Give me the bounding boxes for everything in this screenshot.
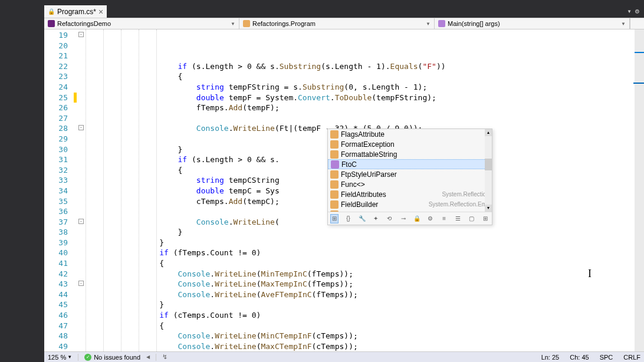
intellisense-item[interactable]: FieldBuilderSystem.Reflection.Emit [328,199,492,209]
chevron-down-icon: ▼ [426,21,431,27]
scroll-up-icon[interactable]: ▴ [485,129,492,136]
fold-strip: ---- [77,29,86,353]
issues-indicator[interactable]: ✓ No issues found [84,354,140,361]
cls-icon [330,200,339,209]
tab-strip: 🔒 Program.cs* × ▾ ⚙ [0,5,644,18]
tab-label: Program.cs* [57,8,96,16]
nav-class[interactable]: Refactorings.Program ▼ [239,18,435,29]
chevron-down-icon: ▼ [67,354,72,360]
braces-filter-button[interactable]: {} [344,214,352,223]
status-bar: 125 % ▼ ✓ No issues found ◀ ↯ Ln: 25 Ch:… [44,351,644,362]
line-numbers: 1920212223242526272829303132333435363738… [44,29,74,353]
nav-method[interactable]: Main(string[] args) ▼ [435,18,630,29]
lines-filter-button[interactable]: ☰ [454,214,462,223]
box-filter-button[interactable]: ▢ [468,214,476,223]
list-filter-button[interactable]: ≡ [440,214,448,223]
fold-toggle[interactable]: - [78,32,84,37]
cls-icon [330,140,339,149]
file-tab[interactable]: 🔒 Program.cs* × [44,5,107,18]
intellisense-scrollbar[interactable]: ▴ ▾ [485,129,492,212]
text-cursor-icon [588,268,589,277]
intellisense-item[interactable]: Func<> [328,179,492,189]
intellisense-item[interactable]: FtoC [328,159,492,169]
lineending-indicator[interactable]: CRLF [623,354,640,361]
fold-toggle[interactable]: - [78,125,84,130]
target-filter-button[interactable]: ⊞ [330,214,339,223]
line-indicator[interactable]: Ln: 25 [541,354,560,361]
key-filter-button[interactable]: ⊸ [399,214,407,223]
chevron-icon[interactable]: ◀ [146,354,150,360]
cls-icon [330,170,339,179]
zoom-control[interactable]: 125 % ▼ [48,354,72,361]
intellisense-item[interactable]: FlagsAttribute [328,129,492,139]
cls-icon [330,180,339,189]
nav-project[interactable]: RefactoringsDemo ▼ [44,18,239,29]
fold-toggle[interactable]: - [78,219,84,224]
cls-icon [330,190,339,199]
lock-icon: 🔒 [48,8,55,15]
lock-filter-button[interactable]: 🔒 [413,214,421,223]
method-icon [438,20,445,27]
fold-toggle[interactable]: - [78,281,84,286]
editor[interactable]: 1920212223242526272829303132333435363738… [44,29,644,353]
intellisense-item[interactable]: FieldAttributesSystem.Reflection [328,189,492,199]
close-icon[interactable]: × [98,8,103,16]
wrench-filter-button[interactable]: 🔧 [358,214,366,223]
scroll-thumb[interactable] [485,159,492,170]
intellisense-item[interactable]: FtpStyleUriParser [328,169,492,179]
cls-icon [330,210,339,212]
modified-marker [74,93,77,103]
intellisense-item[interactable]: FormattableString [328,149,492,159]
spaces-indicator[interactable]: SPC [600,354,613,361]
split-button[interactable] [630,18,644,29]
intellisense-popup: FlagsAttributeFormatExceptionFormattable… [327,129,492,225]
char-indicator[interactable]: Ch: 45 [570,354,589,361]
check-icon: ✓ [84,354,91,361]
csharp-icon [48,20,55,27]
chevron-down-icon: ▼ [231,21,235,27]
vertical-scrollbar[interactable] [635,29,644,353]
intellisense-toolbar: ⊞{}🔧✦⟲⊸🔒⚙≡☰▢⊞ [328,212,492,225]
intellisense-item[interactable]: FieldDirectionSystem.CodeDom [328,209,492,212]
mth-icon [331,160,339,169]
link-filter-button[interactable]: ⟲ [385,214,393,223]
chevron-down-icon: ▼ [621,21,626,27]
cls-icon [330,150,339,159]
tab-settings-icon[interactable]: ⚙ [635,7,639,15]
scroll-down-icon[interactable]: ▾ [485,205,492,212]
tool-icon[interactable]: ↯ [162,353,167,361]
intellisense-item[interactable]: FormatException [328,139,492,149]
tab-dropdown-icon[interactable]: ▾ [627,7,632,15]
class-icon [243,20,250,27]
nav-bar: RefactoringsDemo ▼ Refactorings.Program … [44,18,644,29]
grid-filter-button[interactable]: ⊞ [481,214,489,223]
cls-icon [330,130,339,139]
settings-filter-button[interactable]: ⚙ [426,214,435,223]
star-filter-button[interactable]: ✦ [372,214,380,223]
